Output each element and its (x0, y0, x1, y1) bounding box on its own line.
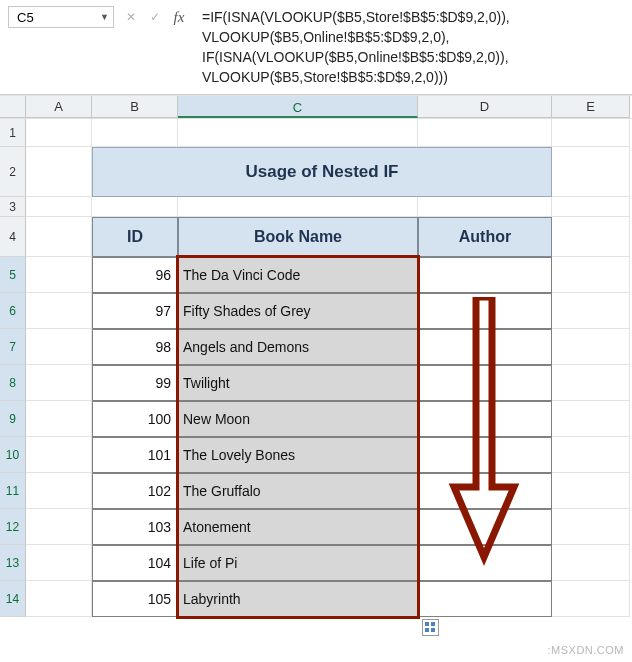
row-header[interactable]: 10 (0, 437, 26, 473)
svg-rect-0 (423, 620, 439, 636)
author-cell[interactable] (418, 545, 552, 581)
author-cell[interactable] (418, 509, 552, 545)
cell[interactable] (552, 119, 630, 147)
cell[interactable] (418, 197, 552, 217)
id-cell[interactable]: 98 (92, 329, 178, 365)
author-cell[interactable] (418, 365, 552, 401)
name-cell[interactable]: The Lovely Bones (178, 437, 418, 473)
id-cell[interactable]: 101 (92, 437, 178, 473)
row-header[interactable]: 2 (0, 147, 26, 197)
title-cell[interactable]: Usage of Nested IF (92, 147, 552, 197)
cell[interactable] (26, 401, 92, 437)
table-row: 104 Life of Pi (26, 545, 630, 581)
col-header[interactable]: E (552, 96, 630, 118)
row-header[interactable]: 4 (0, 217, 26, 257)
cell[interactable] (418, 119, 552, 147)
cell[interactable] (552, 365, 630, 401)
id-cell[interactable]: 102 (92, 473, 178, 509)
cell[interactable] (552, 217, 630, 257)
id-cell[interactable]: 100 (92, 401, 178, 437)
check-icon: ✓ (144, 6, 166, 28)
author-cell[interactable] (418, 293, 552, 329)
row-header[interactable]: 6 (0, 293, 26, 329)
header-id[interactable]: ID (92, 217, 178, 257)
name-cell[interactable]: Fifty Shades of Grey (178, 293, 418, 329)
col-header[interactable]: C (178, 96, 418, 118)
author-cell[interactable] (418, 329, 552, 365)
formula-input[interactable]: =IF(ISNA(VLOOKUP($B5,Store!$B$5:$D$9,2,0… (196, 6, 624, 88)
name-cell[interactable]: Angels and Demons (178, 329, 418, 365)
id-cell[interactable]: 97 (92, 293, 178, 329)
name-box[interactable]: C5 ▼ (8, 6, 114, 28)
autofill-options-icon[interactable] (422, 619, 439, 636)
cell[interactable] (26, 581, 92, 617)
select-all-corner[interactable] (0, 96, 26, 118)
cell[interactable] (26, 147, 92, 197)
author-cell[interactable] (418, 437, 552, 473)
row-header[interactable]: 1 (0, 119, 26, 147)
id-cell[interactable]: 105 (92, 581, 178, 617)
id-cell[interactable]: 103 (92, 509, 178, 545)
cell[interactable] (26, 217, 92, 257)
name-cell[interactable]: Labyrinth (178, 581, 418, 617)
cell[interactable] (552, 581, 630, 617)
cell[interactable] (26, 197, 92, 217)
cell[interactable] (92, 197, 178, 217)
id-cell[interactable]: 96 (92, 257, 178, 293)
author-cell[interactable] (418, 581, 552, 617)
cell[interactable] (552, 257, 630, 293)
header-name[interactable]: Book Name (178, 217, 418, 257)
cell[interactable] (26, 365, 92, 401)
name-cell[interactable]: Twilight (178, 365, 418, 401)
cell[interactable] (26, 293, 92, 329)
row-header[interactable]: 9 (0, 401, 26, 437)
cell[interactable] (178, 197, 418, 217)
chevron-down-icon[interactable]: ▼ (100, 12, 109, 22)
cell[interactable] (26, 119, 92, 147)
cells-area[interactable]: Usage of Nested IF ID Book Name Author 9… (26, 119, 630, 617)
cell[interactable] (92, 119, 178, 147)
cell[interactable] (26, 329, 92, 365)
table-row: 101 The Lovely Bones (26, 437, 630, 473)
id-cell[interactable]: 104 (92, 545, 178, 581)
author-cell[interactable] (418, 401, 552, 437)
cell[interactable] (552, 437, 630, 473)
cell[interactable] (552, 509, 630, 545)
id-cell[interactable]: 99 (92, 365, 178, 401)
cell[interactable] (26, 545, 92, 581)
row-header[interactable]: 14 (0, 581, 26, 617)
name-cell[interactable]: Life of Pi (178, 545, 418, 581)
row-header[interactable]: 13 (0, 545, 26, 581)
cell[interactable] (552, 329, 630, 365)
cell[interactable] (552, 473, 630, 509)
fx-icon[interactable]: fx (168, 6, 190, 28)
cell[interactable] (552, 401, 630, 437)
cell[interactable] (26, 257, 92, 293)
cell[interactable] (26, 437, 92, 473)
header-author[interactable]: Author (418, 217, 552, 257)
cell[interactable] (178, 119, 418, 147)
author-cell[interactable] (418, 257, 552, 293)
cell[interactable] (552, 545, 630, 581)
name-cell[interactable]: The Da Vinci Code (178, 257, 418, 293)
name-cell[interactable]: Atonement (178, 509, 418, 545)
row-header[interactable]: 3 (0, 197, 26, 217)
row-header[interactable]: 7 (0, 329, 26, 365)
row-header[interactable]: 12 (0, 509, 26, 545)
cell[interactable] (552, 197, 630, 217)
col-header[interactable]: A (26, 96, 92, 118)
name-cell[interactable]: New Moon (178, 401, 418, 437)
author-cell[interactable] (418, 473, 552, 509)
col-header[interactable]: B (92, 96, 178, 118)
row-header[interactable]: 8 (0, 365, 26, 401)
cell[interactable] (26, 509, 92, 545)
grid-body: 1 2 3 4 5 6 7 8 9 10 11 12 13 14 Usage o… (0, 118, 632, 617)
row-header[interactable]: 5 (0, 257, 26, 293)
cell[interactable] (552, 147, 630, 197)
row-header[interactable]: 11 (0, 473, 26, 509)
name-cell[interactable]: The Gruffalo (178, 473, 418, 509)
cell[interactable] (26, 473, 92, 509)
cell[interactable] (552, 293, 630, 329)
table-row: 100 New Moon (26, 401, 630, 437)
col-header[interactable]: D (418, 96, 552, 118)
